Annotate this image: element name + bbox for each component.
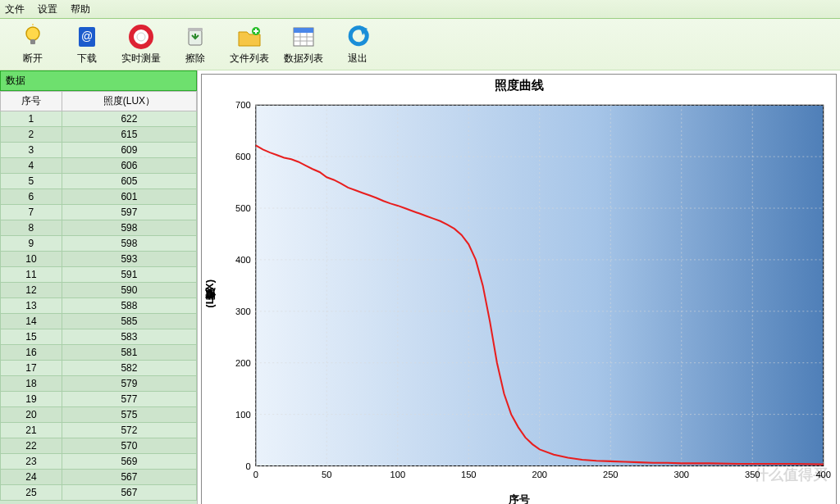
table-row[interactable]: 1622 [1, 111, 197, 127]
table-row[interactable]: 13588 [1, 298, 197, 314]
svg-text:50: 50 [322, 470, 331, 479]
svg-text:150: 150 [461, 470, 477, 479]
svg-point-6 [137, 33, 145, 41]
menu-file[interactable]: 文件 [5, 2, 25, 16]
chart-title: 照度曲线 [202, 75, 836, 97]
realtime-button[interactable]: 实时测量 [115, 22, 167, 66]
svg-rect-8 [188, 28, 203, 31]
table-row[interactable]: 16581 [1, 345, 197, 361]
folder-plus-icon [236, 24, 262, 50]
table-row[interactable]: 4606 [1, 158, 197, 174]
table-row[interactable]: 22570 [1, 438, 197, 454]
chart-ylabel: 照度值(LUX) [203, 279, 217, 308]
menu-bar: 文件 设置 帮助 [0, 0, 840, 19]
svg-rect-1 [30, 39, 35, 44]
chart-xlabel: 序号 [202, 491, 836, 504]
table-row[interactable]: 2615 [1, 127, 197, 143]
table-row[interactable]: 17582 [1, 361, 197, 376]
data-table: 序号 照度(LUX） 16222615360946065605660175978… [0, 91, 197, 501]
table-row[interactable]: 23569 [1, 454, 197, 470]
table-row[interactable]: 8598 [1, 220, 197, 236]
filelist-button[interactable]: 文件列表 [223, 22, 276, 66]
svg-text:400: 400 [235, 255, 251, 265]
lightbulb-icon [20, 24, 46, 50]
download-button[interactable]: @ 下载 [61, 22, 113, 66]
svg-text:0: 0 [245, 461, 250, 471]
svg-text:700: 700 [235, 100, 251, 110]
datalist-button[interactable]: 数据列表 [277, 22, 330, 66]
svg-text:0: 0 [253, 470, 258, 479]
panel-title: 数据 [0, 70, 197, 91]
back-arrow-icon [345, 24, 371, 50]
erase-button[interactable]: 擦除 [169, 22, 221, 66]
table-row[interactable]: 20575 [1, 407, 197, 423]
table-row[interactable]: 9598 [1, 236, 197, 252]
table-row[interactable]: 14585 [1, 314, 197, 329]
table-row[interactable]: 24567 [1, 470, 197, 485]
toolbar: 断开 @ 下载 实时测量 擦除 文件列表 [0, 19, 840, 70]
lifebuoy-icon [128, 24, 154, 50]
svg-text:500: 500 [235, 203, 251, 213]
table-row[interactable]: 12590 [1, 283, 197, 298]
table-row[interactable]: 6601 [1, 189, 197, 205]
exit-button[interactable]: 退出 [331, 22, 384, 66]
svg-text:250: 250 [603, 470, 619, 479]
table-row[interactable]: 18579 [1, 376, 197, 392]
svg-text:@: @ [81, 30, 93, 43]
table-icon [290, 24, 317, 50]
svg-point-0 [26, 27, 39, 40]
svg-text:300: 300 [673, 470, 689, 479]
svg-text:100: 100 [235, 410, 251, 420]
col-lux[interactable]: 照度(LUX） [62, 92, 196, 111]
data-table-scroll[interactable]: 序号 照度(LUX） 16222615360946065605660175978… [0, 91, 197, 504]
menu-settings[interactable]: 设置 [38, 2, 57, 16]
svg-text:400: 400 [815, 470, 831, 479]
svg-text:300: 300 [235, 306, 251, 316]
table-row[interactable]: 19577 [1, 392, 197, 407]
menu-help[interactable]: 帮助 [71, 2, 90, 16]
svg-text:100: 100 [390, 470, 405, 479]
disconnect-button[interactable]: 断开 [7, 22, 59, 66]
table-row[interactable]: 15583 [1, 329, 197, 345]
col-index[interactable]: 序号 [1, 92, 62, 111]
chart-plot[interactable]: 0501001502002503003504000100200300400500… [218, 97, 836, 491]
book-download-icon: @ [74, 24, 100, 50]
svg-text:200: 200 [235, 358, 251, 368]
table-row[interactable]: 3609 [1, 143, 197, 158]
svg-rect-11 [294, 28, 313, 33]
table-row[interactable]: 5605 [1, 174, 197, 189]
table-row[interactable]: 7597 [1, 205, 197, 220]
table-row[interactable]: 11591 [1, 267, 197, 283]
trash-recycle-icon [182, 24, 208, 50]
data-panel: 数据 序号 照度(LUX） 16222615360946065605660175… [0, 70, 198, 504]
svg-text:200: 200 [532, 470, 547, 479]
table-row[interactable]: 10593 [1, 252, 197, 267]
chart-panel: 照度曲线 照度值(LUX) 05010015020025030035040001… [198, 70, 840, 504]
svg-text:350: 350 [745, 470, 760, 479]
table-row[interactable]: 25567 [1, 485, 197, 501]
table-row[interactable]: 21572 [1, 423, 197, 438]
svg-text:600: 600 [235, 152, 251, 161]
